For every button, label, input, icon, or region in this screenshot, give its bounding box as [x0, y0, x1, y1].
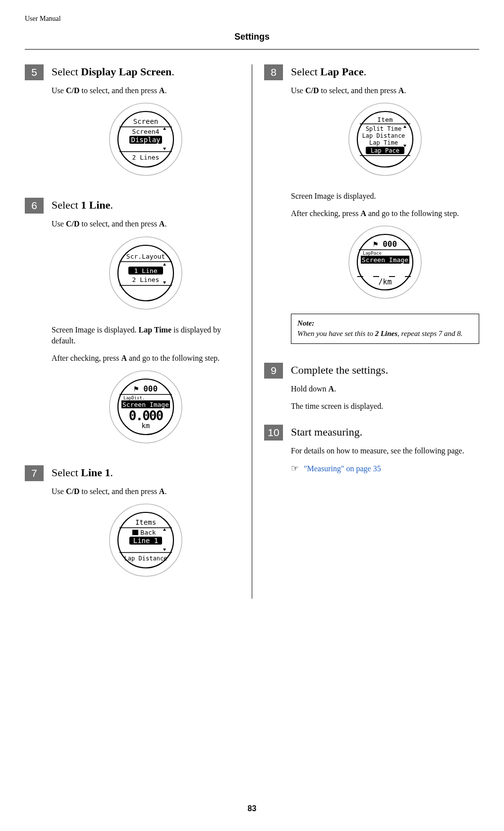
watch-text: LapPace [363, 251, 382, 256]
step-number: 5 [25, 64, 44, 80]
watch-text: Screen Image [362, 256, 408, 264]
watch-text: Back [140, 529, 156, 536]
instruction-text: Use C/D to select, and then press A. [52, 486, 240, 497]
t: C/D [66, 86, 80, 95]
t: Lap Time [139, 326, 172, 334]
watch-text: 2 Lines [132, 154, 160, 161]
body-text: Hold down A. [291, 384, 479, 394]
t: C/D [66, 220, 80, 228]
t: to select, and then press [79, 220, 159, 228]
watch-figure: Item Split Time Lap Distance Lap Time La… [291, 102, 479, 179]
t: A [159, 220, 165, 228]
step-title: Start measuring. [291, 426, 479, 439]
watch-text: 0.000 [129, 408, 164, 423]
t: , repeat steps 7 and 8. [397, 330, 463, 337]
body-text: After checking, press A and go to the fo… [291, 208, 479, 219]
watch-figure: Items Back Line 1 Lap Distance [52, 503, 240, 580]
step-5: 5 Select Display Lap Screen. Use C/D to … [25, 64, 240, 191]
watch-text: Line 1 [133, 537, 159, 545]
t: A [329, 385, 335, 393]
step-number: 7 [25, 465, 44, 481]
watch-text: Lap Time [369, 139, 398, 146]
t: A [360, 209, 366, 218]
title-pre: Select [52, 466, 81, 479]
t: to select, and then press [319, 86, 398, 95]
watch-text: Screen [133, 117, 159, 125]
watch-text: Items [135, 518, 156, 526]
watch-figure: ⚑ 000 LapDist. Screen Image 0.000 km [52, 370, 240, 446]
t: A [121, 354, 127, 362]
watch-text: Lap Pace [371, 147, 399, 154]
title-bold: 1 Line [81, 199, 110, 211]
step-title: Select 1 Line. [52, 199, 240, 212]
title-bold: Display Lap Screen [81, 65, 171, 78]
watch-text: Screen Image [122, 401, 169, 408]
step-body: Select 1 Line. Use C/D to select, and th… [52, 198, 240, 458]
note-title: Note: [297, 319, 473, 328]
t: C/D [305, 86, 319, 95]
cross-reference[interactable]: ☞"Measuring" on page 35 [291, 463, 479, 474]
right-column: 8 Select Lap Pace. Use C/D to select, an… [252, 64, 479, 599]
step-body: Complete the settings. Hold down A. The … [291, 363, 479, 418]
watch-icon: Items Back Line 1 Lap Distance [109, 503, 183, 577]
title-pre: Select [291, 65, 320, 78]
watch-text: _ _ _ _ [357, 265, 413, 277]
t: When you have set this to [297, 330, 375, 337]
watch-figure: Screen Screen4 Display 2 Lines [52, 102, 240, 179]
watch-text: Lap Distance [362, 132, 405, 139]
t: Use [291, 86, 305, 95]
instruction-text: Use C/D to select, and then press A. [52, 85, 240, 96]
body-text: The time screen is displayed. [291, 401, 479, 412]
t: . [165, 487, 167, 496]
step-6: 6 Select 1 Line. Use C/D to select, and … [25, 198, 240, 458]
step-body: Select Line 1. Use C/D to select, and th… [52, 465, 240, 592]
watch-icon: Item Split Time Lap Distance Lap Time La… [348, 102, 422, 176]
t: . [165, 220, 167, 228]
step-title: Complete the settings. [291, 364, 479, 377]
t: C/D [66, 487, 80, 496]
watch-icon: ⚑ 000 LapDist. Screen Image 0.000 km [109, 370, 183, 444]
header-label: User Manual [25, 15, 479, 23]
step-title: Select Display Lap Screen. [52, 65, 240, 78]
watch-text: 1 Line [134, 267, 158, 275]
title-post: . [111, 466, 113, 479]
watch-text: Display [131, 136, 160, 144]
step-7: 7 Select Line 1. Use C/D to select, and … [25, 465, 240, 592]
watch-text: Lap Distance [124, 555, 168, 562]
watch-text: km [142, 422, 150, 430]
t: to select, and then press [79, 487, 159, 496]
page-title: Settings [25, 32, 479, 50]
watch-text: Split Time [366, 125, 401, 132]
t: . [404, 86, 406, 95]
note-text: When you have set this to 2 Lines, repea… [297, 329, 473, 338]
t: . [165, 86, 167, 95]
body-text: Screen Image is displayed. [291, 191, 479, 202]
pointer-icon: ☞ [291, 463, 299, 474]
columns-container: 5 Select Display Lap Screen. Use C/D to … [25, 64, 479, 599]
watch-text: Item [377, 116, 392, 123]
step-10: 10 Start measuring. For details on how t… [264, 425, 479, 473]
step-number: 10 [264, 425, 283, 441]
left-column: 5 Select Display Lap Screen. Use C/D to … [25, 64, 252, 599]
watch-text: Scr.Layout [126, 253, 165, 260]
step-body: Select Lap Pace. Use C/D to select, and … [291, 64, 479, 356]
title-post: . [171, 65, 174, 78]
t: Hold down [291, 385, 329, 393]
t: and go to the following step. [366, 209, 459, 218]
t: A [159, 487, 165, 496]
title-bold: Line 1 [81, 466, 110, 479]
step-title: Select Line 1. [52, 466, 240, 479]
title-pre: Select [52, 65, 81, 78]
svg-rect-17 [132, 530, 138, 535]
t: A [398, 86, 404, 95]
note-box: Note: When you have set this to 2 Lines,… [291, 314, 479, 344]
step-body: Select Display Lap Screen. Use C/D to se… [52, 64, 240, 191]
step-8: 8 Select Lap Pace. Use C/D to select, an… [264, 64, 479, 356]
watch-text: ⚑ 000 [134, 384, 158, 393]
t: Use [52, 86, 66, 95]
watch-figure: ⚑ 000 LapPace Screen Image _ _ _ _ /km [291, 225, 479, 302]
reference-link[interactable]: "Measuring" on page 35 [304, 464, 381, 473]
watch-icon: Screen Screen4 Display 2 Lines [109, 102, 183, 176]
watch-text: ⚑ 000 [373, 239, 397, 249]
t: Use [52, 487, 66, 496]
